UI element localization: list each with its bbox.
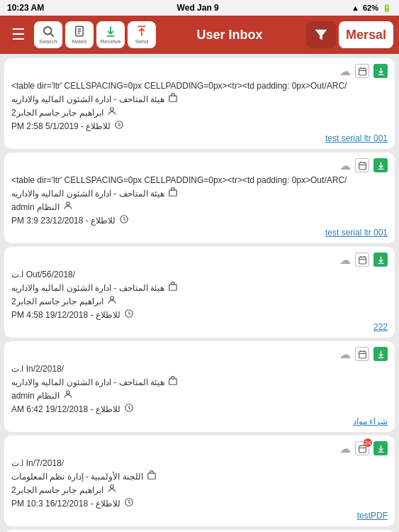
department-row: هيئة المتاحف - ادارة الشئون الماليه والا… — [11, 93, 388, 105]
message-card[interactable]: ☁<table dir='ltr' CELLSPACING=0px CELLPA… — [4, 58, 395, 149]
person-text: ابراهيم جابر جاسم الجابر2 — [11, 297, 103, 306]
cloud-icon: ☁ — [339, 442, 351, 455]
nav-icon-group: Search Notes Receive Send — [34, 21, 156, 48]
message-card[interactable]: ☁<table dir='ltr' CELLSPACING=0px CELLPA… — [4, 153, 395, 243]
department-icon — [147, 470, 157, 482]
top-nav: ☰ Search Notes Receive — [0, 16, 399, 54]
receive-nav-button[interactable]: Receive — [96, 21, 125, 48]
notes-nav-button[interactable]: Notes — [65, 21, 94, 48]
clock-icon — [124, 309, 134, 321]
status-date: Wed Jan 9 — [177, 3, 219, 13]
hamburger-button[interactable]: ☰ — [6, 23, 31, 47]
svg-point-0 — [44, 27, 52, 35]
cloud-icon: ☁ — [339, 159, 351, 172]
svg-rect-24 — [169, 284, 177, 290]
datetime-text: للاطلاع - PM 2:58 5/1/2019 — [11, 121, 111, 131]
svg-point-25 — [110, 297, 113, 300]
department-text: اللجنة الأولمبية - إدارة نظم المعلومات — [11, 472, 143, 482]
card-top-icons: ☁24 — [11, 441, 388, 455]
svg-rect-13 — [359, 162, 366, 170]
department-text: هيئة المتاحف - ادارة الشئون الماليه والا… — [11, 283, 164, 293]
calendar-icon[interactable] — [355, 64, 369, 78]
status-time: 10:23 AM — [7, 3, 44, 13]
svg-rect-27 — [359, 351, 366, 358]
message-link[interactable]: شراء مواد — [11, 416, 388, 426]
message-subject: <table dir='ltr' CELLSPACING=0px CELLPAD… — [11, 81, 388, 91]
svg-line-1 — [50, 33, 53, 36]
person-row: النظام admin — [11, 389, 388, 401]
send-nav-label: Send — [135, 38, 149, 45]
receive-nav-label: Receive — [101, 38, 121, 45]
page-title: User Inbox — [156, 28, 303, 43]
filter-button[interactable] — [306, 21, 336, 48]
datetime-row: للاطلاع - PM 4:58 19/12/2018 — [11, 309, 388, 321]
person-text: ابراهيم جابر جاسم الجابر2 — [11, 485, 103, 495]
svg-rect-6 — [359, 68, 366, 75]
search-nav-button[interactable]: Search — [34, 21, 62, 48]
calendar-icon[interactable] — [355, 347, 369, 361]
status-bar: 10:23 AM Wed Jan 9 ▲ 62% 🔋 — [0, 0, 399, 16]
clock-icon — [114, 120, 124, 132]
message-card[interactable]: ☁24ا.ت In/7/2018/اللجنة الأولمبية - إدار… — [4, 436, 395, 526]
department-row: اللجنة الأولمبية - إدارة نظم المعلومات — [11, 470, 388, 482]
svg-rect-10 — [169, 96, 177, 101]
department-text: هيئة المتاحف - ادارة الشئون الماليه والا… — [11, 94, 164, 104]
person-icon — [107, 295, 117, 307]
person-row: ابراهيم جابر جاسم الجابر2 — [11, 484, 388, 496]
card-top-icons: ☁ — [11, 158, 388, 172]
message-link[interactable]: test serial ltr 001 — [11, 228, 388, 238]
department-row: هيئة المتاحف - ادارة الشئون الماليه والا… — [11, 187, 388, 199]
datetime-text: للاطلاع - PM 4:58 19/12/2018 — [11, 310, 120, 320]
message-link[interactable]: test serial ltr 001 — [11, 133, 388, 143]
message-card[interactable]: ☁ا.ت Out/56/2018/هيئة المتاحف - ادارة ال… — [4, 247, 395, 338]
svg-rect-31 — [169, 379, 177, 384]
person-row: ابراهيم جابر جاسم الجابر2 — [11, 295, 388, 307]
card-top-icons: ☁ — [11, 347, 388, 361]
search-nav-label: Search — [39, 38, 57, 45]
clock-icon — [119, 214, 129, 226]
message-list: ☁<table dir='ltr' CELLSPACING=0px CELLPA… — [0, 54, 399, 532]
department-text: هيئة المتاحف - ادارة الشئون الماليه والا… — [11, 189, 164, 199]
calendar-icon[interactable] — [355, 158, 369, 172]
clock-icon — [124, 403, 134, 415]
message-link[interactable]: 222 — [11, 322, 388, 332]
calendar-icon[interactable] — [355, 253, 369, 267]
person-text: النظام admin — [11, 202, 60, 212]
person-icon — [107, 484, 117, 496]
datetime-row: للاطلاع - AM 6:42 19/12/2018 — [11, 403, 388, 415]
person-icon — [107, 106, 117, 118]
department-row: هيئة المتاحف - ادارة الشئون الماليه والا… — [11, 282, 388, 294]
cloud-icon: ☁ — [339, 348, 351, 361]
download-icon[interactable] — [373, 253, 388, 267]
clock-icon — [124, 497, 134, 509]
datetime-text: للاطلاع - PM 10:3 16/12/2018 — [11, 499, 120, 509]
svg-point-32 — [67, 391, 70, 394]
department-text: هيئة المتاحف - ادارة الشئون الماليه والا… — [11, 377, 164, 387]
status-right: ▲ 62% 🔋 — [352, 4, 392, 13]
message-subject: <table dir='ltr' CELLSPACING=0px CELLPAD… — [11, 175, 388, 185]
send-nav-button[interactable]: Send — [128, 21, 156, 48]
download-icon[interactable] — [373, 441, 388, 455]
datetime-row: للاطلاع - PM 2:58 5/1/2019 — [11, 120, 388, 132]
download-icon[interactable] — [373, 64, 388, 78]
app-logo: Mersal — [339, 21, 393, 48]
datetime-row: للاطلاع - PM 3:9 23/12/2018 — [11, 214, 388, 226]
battery-percent: 62% — [363, 4, 378, 12]
calendar-icon[interactable]: 24 — [355, 441, 369, 455]
message-link[interactable]: testPDF — [11, 511, 388, 521]
svg-point-11 — [110, 108, 113, 111]
cloud-icon: ☁ — [339, 65, 351, 78]
svg-point-39 — [110, 485, 113, 489]
datetime-row: للاطلاع - PM 10:3 16/12/2018 — [11, 497, 388, 509]
download-icon[interactable] — [373, 158, 388, 172]
message-card[interactable]: ☁ا.ت In/2/2018/هيئة المتاحف - ادارة الشئ… — [4, 341, 395, 432]
person-text: النظام admin — [11, 391, 60, 401]
download-icon[interactable] — [373, 347, 388, 361]
department-row: هيئة المتاحف - ادارة الشئون الماليه والا… — [11, 376, 388, 388]
department-icon — [168, 282, 178, 294]
card-top-icons: ☁ — [11, 253, 388, 267]
card-top-icons: ☁ — [11, 64, 388, 78]
notes-nav-label: Notes — [72, 38, 87, 45]
person-row: النظام admin — [11, 201, 388, 213]
battery-icon: 🔋 — [382, 4, 392, 13]
